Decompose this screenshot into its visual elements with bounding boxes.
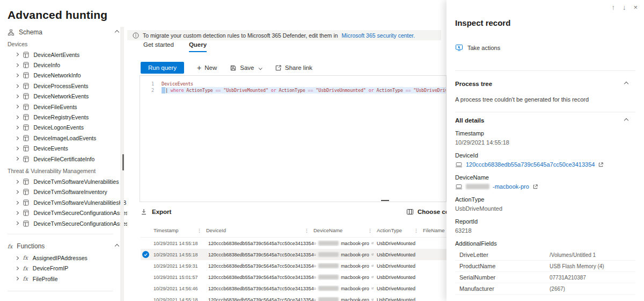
- deviceid-cell: 120cccb6838edb55a739c5645a7cc50ce3413354: [206, 252, 313, 257]
- sidebar-item-table[interactable]: DeviceFileCertificateInfo: [0, 154, 127, 164]
- column-menu-icon[interactable]: ⋮: [368, 228, 372, 233]
- tab-get-started[interactable]: Get started: [143, 41, 174, 52]
- chevron-right-icon[interactable]: [15, 95, 18, 98]
- chevron-right-icon[interactable]: [15, 116, 18, 119]
- sidebar-item-table[interactable]: DeviceTvmSoftwareVulnerabilities: [0, 176, 127, 187]
- table-row[interactable]: 10/29/2021 14:59:31 120cccb6838edb55a739…: [141, 260, 447, 271]
- chevron-up-icon[interactable]: [115, 244, 119, 248]
- process-tree-header[interactable]: Process tree: [455, 81, 628, 87]
- column-header-actiontype[interactable]: ActionType⋮: [377, 224, 423, 237]
- sidebar-item-table[interactable]: DeviceImageLoadEvents: [0, 133, 127, 143]
- chevron-right-icon[interactable]: [15, 180, 18, 183]
- tab-query[interactable]: Query: [189, 41, 207, 52]
- editor-resize-handle[interactable]: [381, 200, 389, 201]
- chevron-up-icon[interactable]: [624, 82, 628, 86]
- table-row[interactable]: 10/29/2021 14:55:18 120cccb6838edb55a739…: [141, 238, 447, 249]
- open-in-new-icon[interactable]: [371, 297, 374, 301]
- sidebar-scrollbar-thumb[interactable]: [122, 154, 124, 170]
- security-center-link[interactable]: Microsoft 365 security center.: [342, 32, 415, 39]
- functions-section-header[interactable]: fx Functions: [0, 240, 127, 253]
- code-line-1[interactable]: 1 DeviceEvents: [140, 81, 446, 87]
- deviceid-value: 120cccb6838edb55a739c5645a7cc50ce3413354: [208, 241, 313, 246]
- sidebar-item-function[interactable]: fx FileProfile: [0, 274, 127, 284]
- column-header-devicename[interactable]: DeviceName⋮: [313, 224, 377, 237]
- chevron-right-icon[interactable]: [15, 211, 18, 214]
- devicename-cell: macbook-pro: [313, 263, 377, 269]
- take-actions-button[interactable]: Take actions: [455, 44, 500, 51]
- sidebar-item-table[interactable]: DeviceNetworkInfo: [0, 70, 127, 81]
- chevron-up-icon[interactable]: [624, 118, 628, 123]
- export-button[interactable]: Export: [141, 209, 171, 215]
- chevron-right-icon[interactable]: [15, 53, 18, 56]
- table-row[interactable]: 10/29/2021 14:55:18 120cccb6838edb55a739…: [141, 249, 447, 260]
- sidebar-item-table[interactable]: DeviceAlertEvents: [0, 49, 127, 60]
- chevron-right-icon[interactable]: [15, 190, 18, 194]
- chevron-right-icon[interactable]: [15, 147, 18, 150]
- chevron-right-icon[interactable]: [15, 267, 18, 270]
- new-query-button[interactable]: + New: [197, 64, 217, 71]
- all-details-header[interactable]: All details: [455, 117, 628, 124]
- deviceid-link[interactable]: 120cccb6838edb55a739c5645a7cc50ce3413354: [466, 161, 595, 168]
- sidebar-item-table[interactable]: DeviceEvents: [0, 144, 127, 154]
- chevron-right-icon[interactable]: [15, 105, 18, 108]
- share-link-button[interactable]: Share link: [275, 64, 312, 71]
- choose-columns-button[interactable]: Choose columns: [406, 209, 447, 215]
- chevron-right-icon[interactable]: [15, 63, 18, 67]
- sidebar-item-function[interactable]: fx DeviceFromIP: [0, 263, 127, 274]
- chevron-right-icon[interactable]: [15, 157, 18, 160]
- open-in-new-icon[interactable]: [371, 252, 374, 257]
- sidebar-item-table[interactable]: DeviceTvmSecureConfigurationAssessmentKB: [0, 218, 127, 228]
- save-button[interactable]: Save: [230, 64, 262, 71]
- open-in-new-icon[interactable]: [371, 240, 374, 246]
- sidebar-item-table[interactable]: DeviceFileEvents: [0, 102, 127, 112]
- sidebar-item-table[interactable]: DeviceProcessEvents: [0, 81, 127, 91]
- sidebar-item-table[interactable]: DeviceRegistryEvents: [0, 112, 127, 122]
- table-row[interactable]: 10/29/2021 15:01:57 120cccb6838edb55a739…: [141, 271, 447, 283]
- sidebar-item-table[interactable]: DeviceTvmSoftwareInventory: [0, 187, 127, 197]
- chevron-right-icon[interactable]: [15, 137, 18, 140]
- sidebar-item-label: DeviceTvmSecureConfigurationAssessmentKB: [34, 220, 128, 227]
- sidebar-item-table[interactable]: DeviceInfo: [0, 60, 127, 70]
- table-row[interactable]: 10/29/2021 14:55:18 120cccb6838edb55a739…: [141, 294, 447, 301]
- chevron-up-icon[interactable]: [115, 30, 119, 34]
- column-menu-icon[interactable]: ⋮: [304, 228, 309, 233]
- open-in-new-icon[interactable]: [371, 285, 374, 291]
- chevron-right-icon[interactable]: [15, 201, 18, 204]
- column-header-deviceid[interactable]: DeviceId⋮: [206, 224, 313, 237]
- sidebar-item-table[interactable]: DeviceNetworkEvents: [0, 91, 127, 102]
- run-query-button[interactable]: Run query: [141, 62, 184, 74]
- code-line-2[interactable]: 2 | where ActionType == "UsbDriveMounted…: [140, 87, 446, 94]
- kql-query-editor[interactable]: 1 DeviceEvents 2 | where ActionType == "…: [140, 75, 447, 202]
- table-row[interactable]: 10/29/2021 14:56:46 120cccb6838edb55a739…: [141, 283, 447, 294]
- sidebar-item-table[interactable]: DeviceLogonEvents: [0, 123, 127, 133]
- next-record-icon[interactable]: ↓: [623, 3, 626, 11]
- chevron-right-icon[interactable]: [15, 277, 18, 281]
- row-select-cell[interactable]: [141, 251, 153, 258]
- column-menu-icon[interactable]: ⋮: [414, 228, 419, 233]
- fx-icon: fx: [8, 243, 12, 249]
- schema-section-header[interactable]: Schema: [0, 26, 127, 39]
- chevron-right-icon[interactable]: [15, 84, 18, 88]
- open-in-new-icon[interactable]: [598, 162, 604, 168]
- sidebar-item-function[interactable]: fx AssignedIPAddresses: [0, 253, 127, 263]
- redacted-name-blur: [318, 275, 339, 280]
- chevron-right-icon[interactable]: [15, 221, 18, 225]
- actiontype-cell: UsbDriveMounted: [377, 297, 423, 301]
- chevron-right-icon[interactable]: [15, 256, 18, 260]
- export-label: Export: [152, 209, 171, 215]
- sidebar-item-table[interactable]: DeviceTvmSoftwareVulnerabilitiesKB: [0, 197, 127, 207]
- open-in-new-icon[interactable]: [532, 184, 538, 190]
- sidebar-item-table[interactable]: DeviceTvmSecureConfigurationAssessment: [0, 207, 127, 218]
- open-in-new-icon[interactable]: [371, 263, 374, 269]
- close-icon[interactable]: ×: [633, 3, 638, 11]
- devicename-link[interactable]: -macbook-pro: [493, 183, 529, 190]
- previous-record-icon[interactable]: ↑: [611, 3, 615, 11]
- column-menu-icon[interactable]: ⋮: [197, 228, 202, 233]
- chevron-down-icon[interactable]: [259, 66, 262, 69]
- devicename-value: macbook-pro: [341, 241, 369, 246]
- column-header-timestamp[interactable]: Timestamp⋮: [153, 224, 206, 237]
- chevron-right-icon[interactable]: [15, 126, 18, 129]
- chevron-right-icon[interactable]: [15, 74, 18, 77]
- column-header-filename[interactable]: FileName⋮: [423, 224, 447, 237]
- open-in-new-icon[interactable]: [371, 274, 374, 280]
